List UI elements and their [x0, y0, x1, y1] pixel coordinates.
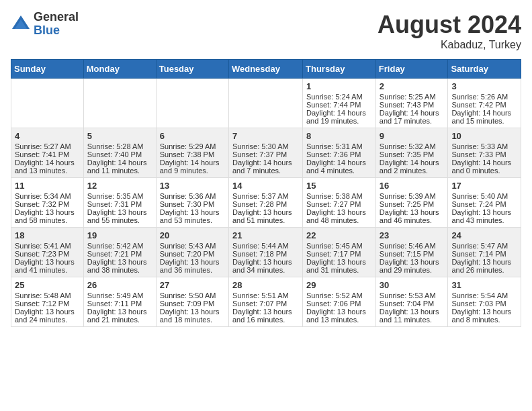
sunrise-text: Sunrise: 5:34 AM	[15, 192, 80, 200]
calendar-day-cell: 11Sunrise: 5:34 AMSunset: 7:32 PMDayligh…	[11, 178, 84, 228]
title-block: August 2024 Kabaduz, Turkey	[378, 11, 521, 51]
sunset-text: Sunset: 7:32 PM	[15, 200, 80, 208]
day-number: 3	[451, 81, 517, 91]
sunset-text: Sunset: 7:40 PM	[87, 150, 152, 158]
day-number: 25	[15, 280, 80, 290]
daylight-text: Daylight: 13 hours	[232, 208, 299, 216]
logo-blue: Blue	[34, 24, 79, 38]
calendar-week-row: 4Sunrise: 5:27 AMSunset: 7:41 PMDaylight…	[11, 128, 521, 178]
calendar-day-cell: 2Sunrise: 5:25 AMSunset: 7:43 PMDaylight…	[375, 79, 448, 128]
calendar-day-cell: 28Sunrise: 5:51 AMSunset: 7:07 PMDayligh…	[228, 277, 302, 327]
calendar-day-cell: 30Sunrise: 5:53 AMSunset: 7:04 PMDayligh…	[375, 277, 448, 327]
empty-cell	[228, 79, 302, 128]
daylight-text: and 29 minutes.	[380, 266, 445, 274]
sunrise-text: Sunrise: 5:29 AM	[160, 142, 225, 150]
sunrise-text: Sunrise: 5:30 AM	[232, 142, 299, 150]
sunrise-text: Sunrise: 5:46 AM	[380, 242, 445, 250]
daylight-text: Daylight: 14 hours	[87, 158, 152, 167]
daylight-text: Daylight: 14 hours	[306, 158, 372, 167]
empty-cell	[11, 79, 84, 128]
calendar-day-cell: 22Sunrise: 5:45 AMSunset: 7:17 PMDayligh…	[303, 228, 376, 277]
daylight-text: Daylight: 13 hours	[306, 308, 372, 316]
daylight-text: and 24 minutes.	[15, 316, 80, 324]
daylight-text: Daylight: 14 hours	[380, 109, 445, 117]
calendar-day-cell: 18Sunrise: 5:41 AMSunset: 7:23 PMDayligh…	[11, 228, 84, 277]
calendar-week-row: 18Sunrise: 5:41 AMSunset: 7:23 PMDayligh…	[11, 228, 521, 277]
weekday-header-wednesday: Wednesday	[228, 60, 302, 79]
day-number: 15	[306, 181, 372, 191]
daylight-text: Daylight: 14 hours	[451, 109, 517, 117]
daylight-text: and 4 minutes.	[306, 167, 372, 175]
day-number: 29	[306, 280, 372, 290]
sunset-text: Sunset: 7:18 PM	[232, 250, 299, 258]
daylight-text: Daylight: 14 hours	[15, 158, 80, 167]
day-number: 28	[232, 280, 299, 290]
calendar-day-cell: 27Sunrise: 5:50 AMSunset: 7:09 PMDayligh…	[156, 277, 228, 327]
sunrise-text: Sunrise: 5:31 AM	[306, 142, 372, 150]
sunset-text: Sunset: 7:28 PM	[232, 200, 299, 208]
calendar-week-row: 1Sunrise: 5:24 AMSunset: 7:44 PMDaylight…	[11, 79, 521, 128]
day-number: 23	[380, 230, 445, 240]
sunrise-text: Sunrise: 5:44 AM	[232, 242, 299, 250]
daylight-text: Daylight: 14 hours	[160, 158, 225, 167]
day-number: 19	[87, 230, 152, 240]
daylight-text: and 0 minutes.	[451, 167, 517, 175]
sunset-text: Sunset: 7:12 PM	[15, 300, 80, 308]
calendar-table: SundayMondayTuesdayWednesdayThursdayFrid…	[11, 59, 521, 327]
calendar-day-cell: 12Sunrise: 5:35 AMSunset: 7:31 PMDayligh…	[83, 178, 156, 228]
sunset-text: Sunset: 7:25 PM	[380, 200, 445, 208]
calendar-header-row: SundayMondayTuesdayWednesdayThursdayFrid…	[11, 60, 521, 79]
day-number: 11	[15, 181, 80, 191]
daylight-text: Daylight: 14 hours	[451, 158, 517, 167]
calendar-day-cell: 21Sunrise: 5:44 AMSunset: 7:18 PMDayligh…	[228, 228, 302, 277]
sunrise-text: Sunrise: 5:49 AM	[87, 291, 152, 300]
calendar-day-cell: 20Sunrise: 5:43 AMSunset: 7:20 PMDayligh…	[156, 228, 228, 277]
calendar-day-cell: 17Sunrise: 5:40 AMSunset: 7:24 PMDayligh…	[448, 178, 521, 228]
sunrise-text: Sunrise: 5:52 AM	[306, 291, 372, 300]
daylight-text: Daylight: 13 hours	[451, 308, 517, 316]
daylight-text: and 34 minutes.	[232, 266, 299, 274]
sunrise-text: Sunrise: 5:50 AM	[160, 291, 225, 300]
daylight-text: and 8 minutes.	[451, 316, 517, 324]
sunset-text: Sunset: 7:31 PM	[87, 200, 152, 208]
sunrise-text: Sunrise: 5:37 AM	[232, 192, 299, 200]
calendar-day-cell: 7Sunrise: 5:30 AMSunset: 7:37 PMDaylight…	[228, 128, 302, 178]
day-number: 4	[15, 131, 80, 141]
calendar-week-row: 11Sunrise: 5:34 AMSunset: 7:32 PMDayligh…	[11, 178, 521, 228]
logo-general: General	[34, 11, 79, 24]
daylight-text: and 18 minutes.	[160, 316, 225, 324]
daylight-text: Daylight: 13 hours	[232, 308, 299, 316]
daylight-text: and 46 minutes.	[380, 216, 445, 224]
day-number: 20	[160, 230, 225, 240]
daylight-text: and 13 minutes.	[306, 316, 372, 324]
weekday-header-friday: Friday	[375, 60, 448, 79]
sunset-text: Sunset: 7:33 PM	[451, 150, 517, 158]
calendar-day-cell: 8Sunrise: 5:31 AMSunset: 7:36 PMDaylight…	[303, 128, 376, 178]
daylight-text: and 26 minutes.	[451, 266, 517, 274]
empty-cell	[83, 79, 156, 128]
logo: General Blue	[11, 11, 79, 38]
sunset-text: Sunset: 7:14 PM	[451, 250, 517, 258]
daylight-text: Daylight: 13 hours	[306, 208, 372, 216]
calendar-week-row: 25Sunrise: 5:48 AMSunset: 7:12 PMDayligh…	[11, 277, 521, 327]
weekday-header-thursday: Thursday	[303, 60, 376, 79]
daylight-text: and 53 minutes.	[160, 216, 225, 224]
day-number: 21	[232, 230, 299, 240]
sunset-text: Sunset: 7:04 PM	[380, 300, 445, 308]
sunrise-text: Sunrise: 5:25 AM	[380, 93, 445, 101]
day-number: 24	[451, 230, 517, 240]
sunset-text: Sunset: 7:23 PM	[15, 250, 80, 258]
calendar-day-cell: 29Sunrise: 5:52 AMSunset: 7:06 PMDayligh…	[303, 277, 376, 327]
daylight-text: and 19 minutes.	[306, 117, 372, 125]
calendar-day-cell: 19Sunrise: 5:42 AMSunset: 7:21 PMDayligh…	[83, 228, 156, 277]
sunrise-text: Sunrise: 5:26 AM	[451, 93, 517, 101]
day-number: 30	[380, 280, 445, 290]
daylight-text: and 13 minutes.	[15, 167, 80, 175]
logo-icon	[11, 14, 31, 34]
daylight-text: Daylight: 13 hours	[380, 308, 445, 316]
daylight-text: and 38 minutes.	[87, 266, 152, 274]
calendar-day-cell: 9Sunrise: 5:32 AMSunset: 7:35 PMDaylight…	[375, 128, 448, 178]
sunrise-text: Sunrise: 5:40 AM	[451, 192, 517, 200]
calendar-day-cell: 31Sunrise: 5:54 AMSunset: 7:03 PMDayligh…	[448, 277, 521, 327]
daylight-text: and 43 minutes.	[451, 216, 517, 224]
